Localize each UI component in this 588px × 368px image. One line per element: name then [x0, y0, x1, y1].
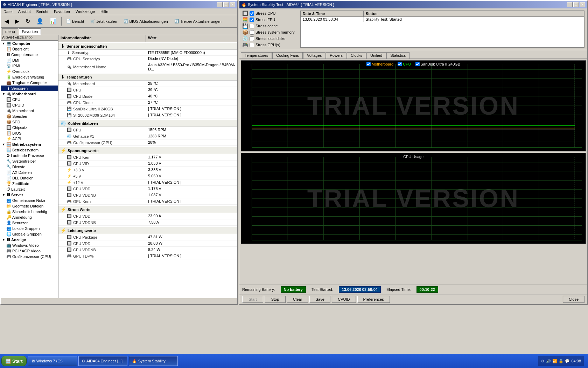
refresh-button[interactable]: ↻ [23, 16, 33, 26]
sidebar-item-server-group[interactable]: ▼ 🖥 Server [1, 192, 58, 198]
taskbar-item-aida64[interactable]: ⚙ AIDA64 Engineer [...] [78, 356, 127, 366]
sidebar-item-bios[interactable]: 📋 BIOS [1, 130, 58, 136]
main-toolbar: ◀ ▶ ↻ 👤 📊 📄 Bericht 🛒 Jetzt kaufen 🔄 BIO… [1, 15, 237, 28]
sidebar-item-ax[interactable]: 📄 AX Dateien [1, 170, 58, 175]
sidebar-item-sensoren[interactable]: 🌡 Sensoren [1, 86, 58, 91]
menu-datei[interactable]: Datei [2, 9, 14, 14]
sidebar-item-lokal[interactable]: 👥 Lokale Gruppen [1, 226, 58, 231]
stability-maximize-button[interactable]: □ [573, 2, 579, 7]
menu-bericht[interactable]: Bericht [35, 9, 50, 14]
stress-disks-checkbox[interactable] [250, 36, 254, 41]
menu-hilfe[interactable]: Hilfe [99, 9, 110, 14]
legend-disk-checkbox[interactable] [415, 62, 419, 66]
sidebar-item-sicherheit[interactable]: 🔒 Sicherheitsberechtig [1, 209, 58, 214]
chart-tab-cooling-fans[interactable]: Cooling Fans [272, 52, 303, 59]
sidebar-item-energie[interactable]: 🔋 Energieverwaltung [1, 74, 58, 80]
menu-werkzeuge[interactable]: Werkzeuge [74, 9, 96, 14]
sidebar-item-benutzer[interactable]: 👤 Benutzer [1, 220, 58, 226]
sidebar-item-anzeige-group[interactable]: ▼ 🖥 Anzeige [1, 237, 58, 243]
stress-fpu-checkbox[interactable] [250, 18, 254, 22]
sensor-section-icon: 🌡 [61, 43, 65, 49]
sidebar-item-anmeldung[interactable]: 🔑 Anmeldung [1, 214, 58, 220]
stability-minimize-button[interactable]: _ [567, 2, 573, 7]
stress-cpu-checkbox[interactable] [250, 11, 254, 16]
sidebar-item-computername[interactable]: 🖥 Computername [1, 52, 58, 57]
close-stability-button[interactable]: Close [563, 296, 584, 303]
fans-section-icon: 💨 [61, 121, 66, 126]
geoffnete-icon: 📂 [6, 204, 12, 209]
start-button-taskbar[interactable]: 🪟 Start [1, 356, 27, 366]
sidebar-item-pci[interactable]: 🎮 PCI / AGP Video [1, 248, 58, 254]
sidebar-item-mb2[interactable]: 🔌 Motherboard [1, 108, 58, 114]
sidebar-item-gemeinsam[interactable]: 👥 Gemeinsame Nutzr [1, 198, 58, 203]
sidebar-item-winvideo[interactable]: 📺 Windows Video [1, 243, 58, 248]
label-leistung-cpu-vdd: 🔲 CPU VDD [58, 241, 146, 246]
stress-memory-checkbox[interactable] [250, 30, 254, 35]
taskbar-item-stability[interactable]: 🔥 System Stability ... [129, 356, 178, 366]
sidebar-item-ubersicht[interactable]: 📋 Übersicht [1, 46, 58, 52]
menu-ansicht[interactable]: Ansicht [17, 9, 32, 14]
tab-favoriten[interactable]: Favoriten [19, 28, 41, 35]
sidebar-item-cpuid[interactable]: 🔲 CPUID [1, 102, 58, 108]
sidebar-item-speicher[interactable]: 📦 Speicher [1, 114, 58, 119]
prozesse-icon: ⚙ [6, 153, 10, 158]
chart-tab-clocks[interactable]: Clocks [347, 52, 366, 59]
report-button[interactable]: 📄 Bericht [64, 16, 86, 26]
chart-tab-statistics[interactable]: Statistics [386, 52, 410, 59]
back-button[interactable]: ◀ [2, 16, 11, 26]
buy-button[interactable]: 🛒 Jetzt kaufen [88, 16, 119, 26]
sidebar-item-ipmi[interactable]: 📡 IPMI [1, 63, 58, 69]
sidebar-item-grafik[interactable]: 🎮 Grafikprozessor (CPU) [1, 254, 58, 259]
save-button[interactable]: Save [309, 296, 330, 303]
chart-tab-powers[interactable]: Powers [326, 52, 346, 59]
sidebar-item-dll[interactable]: 📄 DLL Dateien [1, 175, 58, 181]
sidebar-label-energie: Energieverwaltung [12, 75, 44, 79]
sidebar-item-dienste[interactable]: 🔧 Dienste [1, 164, 58, 170]
taskbar-item-win7[interactable]: 🖥 Windows 7 (C:) [28, 356, 77, 366]
stress-gpu-checkbox[interactable] [250, 43, 254, 47]
stop-button[interactable]: Stop [265, 296, 286, 303]
sandisk-icon: 💾 [67, 107, 72, 111]
sidebar-item-acpi[interactable]: ⚡ ACPI [1, 136, 58, 142]
menu-favoriten[interactable]: Favoriten [52, 9, 71, 14]
sidebar-item-cpu[interactable]: 🔲 CPU [1, 97, 58, 102]
user-button[interactable]: 👤 [34, 16, 46, 26]
preferences-button[interactable]: Preferences [357, 296, 390, 303]
sidebar-label-laufzeit: Laufzeit [11, 187, 25, 191]
chart-button[interactable]: 📊 [47, 16, 59, 26]
sidebar-item-computer[interactable]: ▼ 💻 Computer [1, 41, 58, 46]
sidebar-item-zertifikate[interactable]: 🏆 Zertifikate [1, 181, 58, 186]
legend-mb-checkbox[interactable] [366, 62, 371, 66]
sidebar-item-geoffnete[interactable]: 📂 Geöffnete Dateien [1, 203, 58, 209]
tab-menu[interactable]: menu [2, 28, 18, 35]
sidebar-item-dmi[interactable]: 📄 DMI [1, 57, 58, 63]
maximize-button[interactable]: □ [223, 2, 229, 7]
stability-close-button[interactable]: ✕ [580, 2, 585, 7]
close-button[interactable]: ✕ [230, 2, 235, 7]
bios-button[interactable]: 🔄 BIOS Aktualisierungen [121, 16, 170, 26]
sidebar-item-tragbar[interactable]: 💼 Tragbarer Computer [1, 80, 58, 86]
start-button[interactable]: Start [242, 296, 263, 303]
sidebar-item-treiber[interactable]: 🔧 Systemtreiber [1, 158, 58, 164]
chart-tab-unified[interactable]: Unified [366, 52, 386, 59]
legend-cpu: CPU [398, 62, 411, 66]
sidebar-item-overclock[interactable]: ⚡ Overclock [1, 69, 58, 74]
stress-cache-checkbox[interactable] [250, 24, 254, 28]
sidebar-item-motherboard-group[interactable]: ▼ 🔌 Motherboard [1, 91, 58, 97]
legend-cpu-checkbox[interactable] [398, 62, 402, 66]
chart-tab-temperatures[interactable]: Temperatures [241, 52, 272, 59]
clear-button[interactable]: Clear [287, 296, 308, 303]
sidebar-item-global[interactable]: 🌐 Globale Gruppen [1, 231, 58, 237]
chart-tab-voltages[interactable]: Voltages [303, 52, 326, 59]
minimize-button[interactable]: _ [217, 2, 223, 7]
sidebar-item-spd[interactable]: 📦 SPD [1, 119, 58, 125]
sidebar-item-prozesse[interactable]: ⚙ Laufende Prozesse [1, 153, 58, 158]
value-gpu-kern: [ TRIAL VERSION ] [146, 199, 237, 204]
sidebar-item-betriebssystem-group[interactable]: ▼ 🪟 Betriebssystem [1, 142, 58, 147]
sidebar-item-bs2[interactable]: 🪟 Betriebssystem [1, 147, 58, 153]
driver-button[interactable]: 🔄 Treiber Aktualisierungen [172, 16, 224, 26]
cpuid-button[interactable]: CPUID [332, 296, 356, 303]
sidebar-item-chipsatz[interactable]: 🔲 Chipsatz [1, 125, 58, 130]
sidebar-item-laufzeit[interactable]: ⏱ Laufzeit [1, 186, 58, 192]
forward-button[interactable]: ▶ [13, 16, 22, 26]
